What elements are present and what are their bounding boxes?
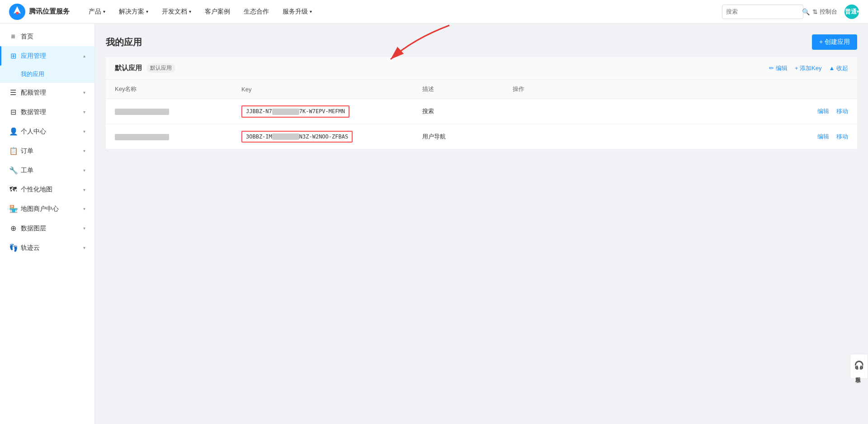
data-layer-icon: ⊕ <box>9 224 17 233</box>
avatar-dropdown-icon: ▾ <box>857 9 859 14</box>
brand-name: 腾讯位置服务 <box>29 7 70 16</box>
control-panel-link[interactable]: ⇅ 控制台 <box>812 8 837 16</box>
custom-map-arrow-icon: ▾ <box>83 187 85 192</box>
key-name-cell-2 <box>106 124 232 149</box>
col-header-key: Key <box>232 80 413 99</box>
edit-key-btn-2[interactable]: 编辑 <box>817 133 829 141</box>
personal-arrow-icon: ▾ <box>83 129 85 134</box>
col-header-desc: 描述 <box>413 80 504 99</box>
map-biz-arrow-icon: ▾ <box>83 206 85 211</box>
sidebar-item-data-layer-label: 数据图层 <box>21 224 80 233</box>
key-op-cell-1: 编辑 移动 <box>504 99 857 124</box>
sidebar-item-data-mgmt[interactable]: ⊟ 数据管理 ▾ <box>0 102 94 122</box>
move-key-btn-1[interactable]: 移动 <box>836 107 848 115</box>
key-value-cell-2: 3OBBZ-IM N3Z-W2NOO-ZFBAS <box>232 124 413 149</box>
col-header-op: 操作 <box>504 80 857 99</box>
app-section-actions: ✏ ✏ 编辑编辑 + 添加Key ▲ 收起 <box>769 64 848 72</box>
edit-key-btn-1[interactable]: 编辑 <box>817 107 829 115</box>
app-section-title-wrap: 默认应用 默认应用 <box>115 63 175 73</box>
data-mgmt-arrow-icon: ▾ <box>83 110 85 114</box>
sidebar: ≡ 首页 ⊞ 应用管理 ▴ 我的应用 ☰ 配额管理 ▾ ⊟ 数据管理 ▾ 👤 个… <box>0 24 95 424</box>
sidebar-item-data-mgmt-label: 数据管理 <box>21 108 80 116</box>
key-name-blurred-1 <box>115 109 169 115</box>
data-mgmt-icon: ⊟ <box>9 108 17 116</box>
table-row: 3OBBZ-IM N3Z-W2NOO-ZFBAS 用户导航 编辑 移动 <box>106 124 857 149</box>
sidebar-item-data-layer[interactable]: ⊕ 数据图层 ▾ <box>0 219 94 238</box>
data-layer-arrow-icon: ▾ <box>83 226 85 231</box>
add-key-button[interactable]: + 添加Key <box>795 64 822 72</box>
main-content: 我的应用 + 创建应用 默认应用 默认应用 <box>95 24 868 424</box>
menu-item-cases[interactable]: 客户案例 <box>199 5 236 19</box>
main-layout: ≡ 首页 ⊞ 应用管理 ▴ 我的应用 ☰ 配额管理 ▾ ⊟ 数据管理 ▾ 👤 个… <box>0 24 868 424</box>
sidebar-item-trace-cloud-label: 轨迹云 <box>21 244 80 252</box>
app-section-header: 默认应用 默认应用 ✏ ✏ 编辑编辑 + 添加Key ▲ 收起 <box>106 57 857 80</box>
top-navigation: 腾讯位置服务 产品 解决方案 开发文档 客户案例 生态合作 服务升级 🔍 ⇅ 控… <box>0 0 868 24</box>
sidebar-item-custom-map-label: 个性化地图 <box>21 186 80 194</box>
control-icon: ⇅ <box>812 8 818 15</box>
key-op-cell-2: 编辑 移动 <box>504 124 857 149</box>
svg-point-1 <box>16 12 19 14</box>
ticket-arrow-icon: ▾ <box>83 168 85 173</box>
move-key-btn-2[interactable]: 移动 <box>836 133 848 141</box>
search-box: 🔍 <box>722 5 803 19</box>
logo-icon <box>9 4 25 20</box>
menu-item-upgrade[interactable]: 服务升级 <box>277 5 317 19</box>
app-section-wrapper: 默认应用 默认应用 ✏ ✏ 编辑编辑 + 添加Key ▲ 收起 Key名称 K <box>106 57 857 149</box>
app-section-badge: 默认应用 <box>146 63 175 73</box>
sidebar-item-trace-cloud[interactable]: 👣 轨迹云 ▾ <box>0 238 94 257</box>
quota-arrow-icon: ▾ <box>83 90 85 95</box>
app-section-title: 默认应用 <box>115 64 142 72</box>
my-apps-label: 我的应用 <box>21 71 44 77</box>
app-table: Key名称 Key 描述 操作 <box>106 80 857 149</box>
sidebar-item-app-mgmt[interactable]: ⊞ 应用管理 ▴ <box>0 46 94 66</box>
menu-item-solutions[interactable]: 解决方案 <box>113 5 154 19</box>
sidebar-item-home[interactable]: ≡ 首页 <box>0 27 94 46</box>
search-icon[interactable]: 🔍 <box>802 8 810 15</box>
top-menu: 产品 解决方案 开发文档 客户案例 生态合作 服务升级 <box>83 5 722 19</box>
sidebar-item-personal[interactable]: 👤 个人中心 ▾ <box>0 122 94 141</box>
app-mgmt-icon: ⊞ <box>9 52 17 60</box>
key-desc-2: 用户导航 <box>422 133 446 140</box>
menu-item-docs[interactable]: 开发文档 <box>156 5 197 19</box>
collapse-button[interactable]: ▲ 收起 <box>829 64 848 72</box>
sidebar-item-app-mgmt-label: 应用管理 <box>21 52 80 60</box>
trace-cloud-arrow-icon: ▾ <box>83 245 85 250</box>
quota-icon: ☰ <box>9 88 17 97</box>
custom-map-icon: 🗺 <box>9 186 17 194</box>
user-avatar[interactable]: 普通 ▾ <box>844 5 859 19</box>
order-icon: 📋 <box>9 147 17 155</box>
customer-service-widget[interactable]: 🎧 联系客服 <box>850 354 868 379</box>
key-value-2: 3OBBZ-IM N3Z-W2NOO-ZFBAS <box>241 131 353 143</box>
home-icon: ≡ <box>9 33 17 41</box>
app-section: 默认应用 默认应用 ✏ ✏ 编辑编辑 + 添加Key ▲ 收起 Key名称 K <box>106 57 857 149</box>
sidebar-item-order[interactable]: 📋 订单 ▾ <box>0 141 94 161</box>
sidebar-item-map-biz[interactable]: 🏪 地图商户中心 ▾ <box>0 199 94 219</box>
create-app-button[interactable]: + 创建应用 <box>812 34 857 50</box>
order-arrow-icon: ▾ <box>83 148 85 153</box>
sidebar-item-personal-label: 个人中心 <box>21 128 80 136</box>
table-body: JJBBZ-N7 7K-W7EPV-MEFMN 搜索 编辑 移动 <box>106 99 857 149</box>
menu-item-products[interactable]: 产品 <box>83 5 111 19</box>
sidebar-item-ticket-label: 工单 <box>21 167 80 175</box>
menu-item-ecosystem[interactable]: 生态合作 <box>238 5 274 19</box>
sidebar-item-home-label: 首页 <box>21 33 85 41</box>
edit-button[interactable]: ✏ ✏ 编辑编辑 <box>769 64 788 72</box>
sidebar-item-custom-map[interactable]: 🗺 个性化地图 ▾ <box>0 180 94 199</box>
control-label: 控制台 <box>820 8 837 16</box>
search-input[interactable] <box>726 8 802 15</box>
app-mgmt-arrow-icon: ▴ <box>83 53 85 58</box>
key-desc-cell-2: 用户导航 <box>413 124 504 149</box>
sidebar-sub-item-my-apps[interactable]: 我的应用 <box>0 66 94 83</box>
key-desc-cell-1: 搜索 <box>413 99 504 124</box>
sidebar-item-ticket[interactable]: 🔧 工单 ▾ <box>0 161 94 180</box>
key-value-1: JJBBZ-N7 7K-W7EPV-MEFMN <box>241 105 349 118</box>
topnav-right: ⇅ 控制台 普通 ▾ <box>812 5 859 19</box>
sidebar-item-quota-mgmt[interactable]: ☰ 配额管理 ▾ <box>0 83 94 102</box>
sidebar-item-order-label: 订单 <box>21 147 80 155</box>
trace-cloud-icon: 👣 <box>9 243 17 252</box>
table-header: Key名称 Key 描述 操作 <box>106 80 857 99</box>
key-name-cell-1 <box>106 99 232 124</box>
customer-service-icon: 🎧 <box>854 360 864 371</box>
ticket-icon: 🔧 <box>9 166 17 175</box>
brand-logo[interactable]: 腾讯位置服务 <box>9 4 70 20</box>
